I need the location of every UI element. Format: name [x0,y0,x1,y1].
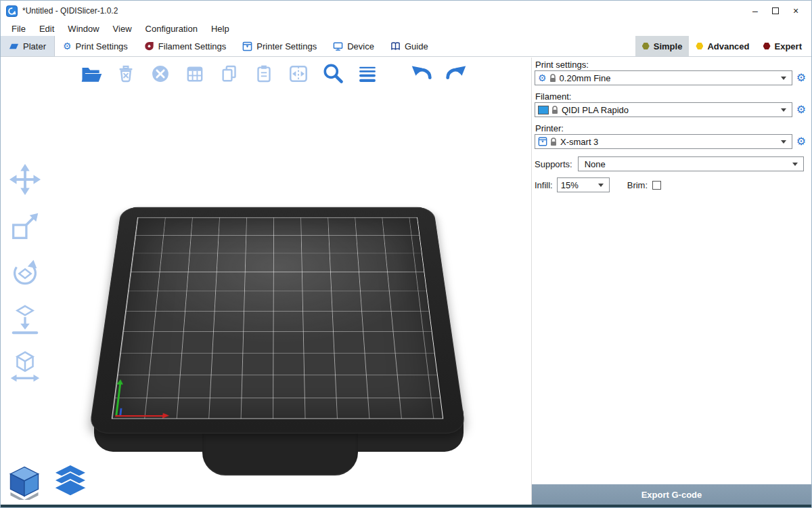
arrange-button[interactable] [180,59,210,89]
menu-view[interactable]: View [106,24,139,34]
tab-guide[interactable]: Guide [382,36,436,56]
copy-button[interactable] [215,59,244,89]
supports-label: Supports: [535,159,572,169]
variable-layer-height-button[interactable] [353,59,382,89]
mode-label: Expert [775,41,802,51]
split-objects-button[interactable] [284,59,313,89]
rotate-button[interactable] [6,254,44,292]
print-settings-gear-button[interactable]: ⚙ [794,70,809,85]
gear-icon: ⚙ [63,41,72,51]
brim-checkbox[interactable] [652,181,661,190]
printer-icon [242,41,252,51]
menubar: File Edit Window View Configuration Help [1,21,811,36]
maximize-button[interactable] [765,3,786,19]
lock-icon [550,137,557,146]
printer-bed-frame [89,207,466,433]
mode-simple[interactable]: Simple [635,36,690,56]
tab-label: Printer Settings [256,41,317,51]
tab-printer-settings[interactable]: Printer Settings [234,36,325,56]
menu-edit[interactable]: Edit [32,24,61,34]
menu-help[interactable]: Help [204,24,236,34]
tab-label: Print Settings [76,41,128,51]
tab-label: Guide [405,41,428,51]
3d-editor-view-button[interactable] [5,461,44,501]
filament-icon [144,41,154,51]
window-bottom-edge [1,505,811,507]
menu-window[interactable]: Window [61,24,106,34]
filament-color-swatch [538,106,549,114]
app-window: *Untitled - QIDISlicer-1.0.2 – × File Ed… [0,0,812,508]
brim-label: Brim: [627,180,648,190]
maximize-icon [772,7,779,14]
minimize-button[interactable]: – [745,3,765,19]
search-button[interactable] [318,59,348,89]
delete-all-button[interactable] [145,59,175,89]
filament-value: QIDI PLA Rapido [562,105,629,115]
bed-grid-surface [112,217,443,419]
tabbar: Plater ⚙ Print Settings Filament Setting… [1,36,811,57]
delete-button[interactable] [111,59,141,89]
mode-label: Advanced [707,41,749,51]
open-folder-button[interactable] [76,59,106,89]
printer-bed-handle [202,427,358,475]
scale-to-fit-button[interactable] [6,347,44,385]
redo-button[interactable] [441,59,471,89]
plater-icon [9,41,19,51]
mode-expert[interactable]: Expert [757,36,809,56]
mode-advanced[interactable]: Advanced [689,36,756,56]
lock-icon [549,74,556,83]
filament-gear-button[interactable]: ⚙ [794,102,809,117]
preview-layers-view-button[interactable] [51,461,90,501]
mode-switcher: Simple Advanced Expert [635,36,811,56]
titlebar: *Untitled - QIDISlicer-1.0.2 – × [1,1,811,21]
infill-select[interactable]: 15% [557,177,610,192]
settings-panel: Print settings: ⚙ 0.20mm Fine ⚙ Filament… [532,58,811,505]
viewport-toolbar [76,59,471,89]
device-icon [333,41,343,51]
app-logo-icon [6,5,18,17]
supports-value: None [585,159,606,169]
export-gcode-button[interactable]: Export G-code [532,484,811,505]
print-settings-select[interactable]: ⚙ 0.20mm Fine [535,70,792,85]
printer-select[interactable]: X-smart 3 [535,134,792,149]
tab-filament-settings[interactable]: Filament Settings [136,36,234,56]
simple-mode-icon [642,43,650,50]
3d-viewport[interactable] [1,58,532,505]
window-title: *Untitled - QIDISlicer-1.0.2 [22,6,118,16]
menu-file[interactable]: File [5,24,32,34]
printer-icon [538,137,547,146]
lock-icon [551,106,558,114]
scale-button[interactable] [6,207,44,245]
advanced-mode-icon [696,43,703,50]
tab-label: Plater [23,41,46,51]
tab-print-settings[interactable]: ⚙ Print Settings [55,36,136,56]
dropdown-arrow [778,140,789,144]
tab-device[interactable]: Device [325,36,382,56]
printer-value: X-smart 3 [560,137,598,147]
tab-label: Filament Settings [158,41,226,51]
printer-label: Printer: [535,123,809,133]
print-settings-label: Print settings: [535,60,809,70]
dropdown-arrow [790,163,800,166]
view-switcher [5,461,90,501]
move-button[interactable] [6,161,44,198]
printer-bed [89,207,466,433]
dropdown-arrow [595,184,606,187]
mode-label: Simple [654,41,683,51]
tab-plater[interactable]: Plater [1,36,55,56]
printer-gear-button[interactable]: ⚙ [794,134,809,149]
place-on-face-button[interactable] [6,301,44,339]
gear-icon: ⚙ [538,73,547,83]
infill-value: 15% [561,180,579,190]
undo-button[interactable] [407,59,436,89]
guide-icon [390,41,401,51]
x-axis-indicator [115,415,166,417]
dropdown-arrow [778,77,789,80]
paste-button[interactable] [249,59,279,89]
main-area: Print settings: ⚙ 0.20mm Fine ⚙ Filament… [1,58,811,505]
window-controls: – × [745,3,806,19]
filament-select[interactable]: QIDI PLA Rapido [535,102,792,117]
supports-select[interactable]: None [578,156,804,171]
menu-configuration[interactable]: Configuration [139,24,204,34]
close-button[interactable]: × [786,3,806,19]
